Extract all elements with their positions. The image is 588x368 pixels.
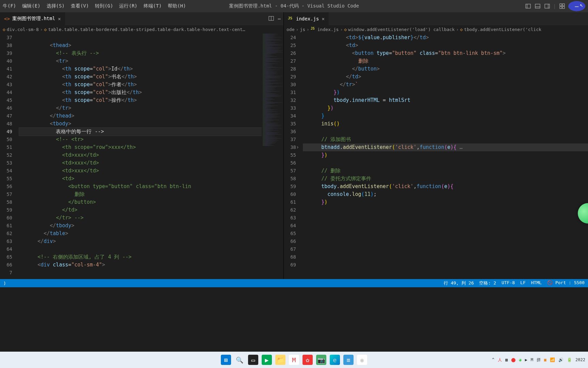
close-icon[interactable]: ✕ bbox=[322, 16, 324, 21]
menu-file[interactable]: 牛(F) bbox=[3, 3, 16, 9]
media-player-icon[interactable]: ▶ bbox=[262, 355, 272, 365]
taskbar-tray: ^ 人 ▦ ⬤ ◕ ▶ M 拼 ▣ 📶 🔊 🔋 2022 bbox=[492, 357, 585, 363]
breadcrumb-item[interactable]: div.col-sm-8 bbox=[7, 27, 39, 32]
editor-group-left: <> 案例图书管理.html ✕ ⋯ ◇ div.col-sm-8 › ◇ ta… bbox=[0, 12, 284, 279]
breadcrumb-item[interactable]: table.table.table-bordered.table-striped… bbox=[48, 27, 245, 32]
svg-rect-2 bbox=[535, 4, 540, 8]
menu-view[interactable]: 查看(V) bbox=[71, 3, 89, 9]
chevron-right-icon: › bbox=[307, 27, 309, 32]
task-view-icon[interactable]: ▭ bbox=[248, 355, 258, 365]
tab-actions-left: ⋯ bbox=[268, 16, 281, 22]
explorer-icon[interactable]: 📁 bbox=[275, 355, 285, 365]
gutter-right: 2425262728293031323334353637385556575859… bbox=[284, 33, 303, 279]
search-icon[interactable]: 🔍 bbox=[234, 355, 245, 365]
tab-bar-right: JS index.js ✕ bbox=[284, 12, 588, 25]
huawei-icon[interactable]: ✿ bbox=[303, 355, 313, 365]
svg-rect-0 bbox=[526, 4, 530, 8]
breadcrumb-item[interactable]: tbody.addEventListener('click bbox=[464, 27, 541, 32]
breadcrumb-item[interactable]: index.js bbox=[317, 27, 339, 32]
meeting-icon[interactable]: 📷 bbox=[316, 355, 326, 365]
vscode-icon[interactable]: ≡ bbox=[343, 355, 354, 365]
lines-right[interactable]: <td>${value.publisher}</td> <td> <button… bbox=[303, 33, 588, 279]
status-cursor-position[interactable]: 行 49, 列 26 bbox=[444, 280, 474, 286]
titlebar: 牛(F) 编辑(E) 选择(S) 查看(V) 转到(G) 运行(R) 终端(T)… bbox=[0, 0, 588, 12]
status-left: ) bbox=[3, 281, 6, 286]
js-file-icon: JS bbox=[311, 27, 316, 32]
chevron-right-icon: › bbox=[40, 27, 43, 32]
tray-clock[interactable]: 2022 bbox=[575, 357, 585, 362]
breadcrumb-item[interactable]: js bbox=[300, 27, 305, 32]
tray-ime-icon[interactable]: 拼 bbox=[537, 357, 541, 363]
tab-label: 案例图书管理.html bbox=[12, 16, 55, 22]
window-title: 案例图书管理.html - 04-代码 - Visual Studio Code bbox=[229, 3, 359, 9]
tab-html-file[interactable]: <> 案例图书管理.html ✕ bbox=[0, 12, 65, 25]
layout-panel-right-icon[interactable] bbox=[544, 3, 551, 10]
tray-battery-icon[interactable]: 🔋 bbox=[567, 357, 572, 362]
split-editor-icon[interactable] bbox=[268, 16, 274, 22]
tray-chevron-up-icon[interactable]: ^ bbox=[492, 357, 494, 362]
tray-volume-icon[interactable]: 🔊 bbox=[558, 357, 564, 362]
more-icon[interactable]: ⋯ bbox=[278, 16, 281, 21]
menu-help[interactable]: 帮助(H) bbox=[168, 3, 186, 9]
js-file-icon: JS bbox=[288, 16, 293, 21]
breadcrumb-right[interactable]: ode › js › JS index.js › ◇ window.addEve… bbox=[284, 25, 588, 33]
taskbar-center: ⊞ 🔍 ▭ ▶ 📁 M ✿ 📷 e ≡ ◉ bbox=[221, 355, 367, 365]
tray-wechat-icon[interactable]: ◕ bbox=[519, 357, 521, 362]
close-icon[interactable]: ✕ bbox=[58, 16, 61, 21]
code-area-left[interactable]: 3738394041424344454647484950515253545556… bbox=[0, 33, 283, 279]
tray-wifi-icon[interactable]: 📶 bbox=[550, 357, 555, 362]
start-icon[interactable]: ⊞ bbox=[221, 355, 231, 365]
html-file-icon: <> bbox=[4, 16, 10, 21]
mail-icon[interactable]: M bbox=[289, 355, 299, 365]
layout-grid-icon[interactable] bbox=[559, 3, 566, 10]
chevron-right-icon: › bbox=[340, 27, 343, 32]
svg-rect-4 bbox=[545, 4, 550, 8]
tray-app-icon[interactable]: ▣ bbox=[544, 357, 546, 362]
status-encoding[interactable]: UTF-8 bbox=[502, 280, 515, 286]
taskbar: ⊞ 🔍 ▭ ▶ 📁 M ✿ 📷 e ≡ ◉ ^ 人 ▦ ⬤ ◕ ▶ M 拼 ▣ … bbox=[0, 352, 588, 368]
menu-select[interactable]: 选择(S) bbox=[47, 3, 65, 9]
edge-icon[interactable]: e bbox=[330, 355, 340, 365]
menu-goto[interactable]: 转到(G) bbox=[95, 3, 113, 9]
minimize-button[interactable]: — ↖ bbox=[568, 1, 585, 11]
tray-app-icon[interactable]: ▦ bbox=[505, 357, 508, 362]
menu-bar: 牛(F) 编辑(E) 选择(S) 查看(V) 转到(G) 运行(R) 终端(T)… bbox=[3, 3, 186, 9]
breadcrumb-item[interactable]: window.addEventListener('load') callback bbox=[348, 27, 455, 32]
status-eol[interactable]: LF bbox=[520, 280, 526, 286]
status-right: 行 49, 列 26 空格: 2 UTF-8 LF HTML 🚫 Port : … bbox=[444, 280, 585, 286]
svg-rect-9 bbox=[562, 6, 565, 9]
method-icon: ◇ bbox=[344, 27, 347, 32]
status-indentation[interactable]: 空格: 2 bbox=[479, 280, 496, 286]
menu-terminal[interactable]: 终端(T) bbox=[144, 3, 162, 9]
lines-left[interactable]: <thead> <!-- 表头行 --> <tr> <th scope="col… bbox=[19, 33, 283, 279]
block-icon: ◇ bbox=[44, 27, 47, 32]
chrome-icon[interactable]: ◉ bbox=[357, 355, 367, 365]
status-language[interactable]: HTML bbox=[531, 280, 542, 286]
menu-run[interactable]: 运行(R) bbox=[119, 3, 137, 9]
breadcrumb-item[interactable]: ode bbox=[287, 27, 294, 32]
method-icon: ◇ bbox=[460, 27, 463, 32]
chevron-right-icon: › bbox=[296, 27, 298, 32]
svg-rect-8 bbox=[560, 6, 562, 9]
svg-rect-6 bbox=[560, 4, 562, 6]
status-item[interactable]: ) bbox=[3, 281, 6, 286]
menu-edit[interactable]: 编辑(E) bbox=[22, 3, 40, 9]
tray-app-icon[interactable]: ⬤ bbox=[511, 357, 516, 362]
tab-label: index.js bbox=[296, 16, 319, 21]
block-icon: ◇ bbox=[3, 27, 5, 32]
breadcrumb-left[interactable]: ◇ div.col-sm-8 › ◇ table.table.table-bor… bbox=[0, 25, 283, 33]
layout-panel-bottom-icon[interactable] bbox=[534, 3, 541, 10]
status-bar: ) 行 49, 列 26 空格: 2 UTF-8 LF HTML 🚫 Port … bbox=[0, 279, 588, 287]
tab-bar-left: <> 案例图书管理.html ✕ ⋯ bbox=[0, 12, 283, 25]
tray-app-icon[interactable]: M bbox=[531, 357, 533, 362]
status-liveserver[interactable]: 🚫 Port : 5500 bbox=[547, 280, 585, 286]
minimap-left[interactable] bbox=[262, 33, 283, 279]
tray-app-icon[interactable]: ▶ bbox=[525, 357, 527, 362]
tab-js-file[interactable]: JS index.js ✕ bbox=[284, 12, 329, 25]
layout-panel-left-icon[interactable] bbox=[525, 3, 532, 10]
code-area-right[interactable]: 2425262728293031323334353637385556575859… bbox=[284, 33, 588, 279]
gutter-left: 3738394041424344454647484950515253545556… bbox=[0, 33, 19, 279]
svg-rect-7 bbox=[562, 4, 565, 6]
tray-app-icon[interactable]: 人 bbox=[498, 357, 502, 363]
chevron-right-icon: › bbox=[456, 27, 459, 32]
